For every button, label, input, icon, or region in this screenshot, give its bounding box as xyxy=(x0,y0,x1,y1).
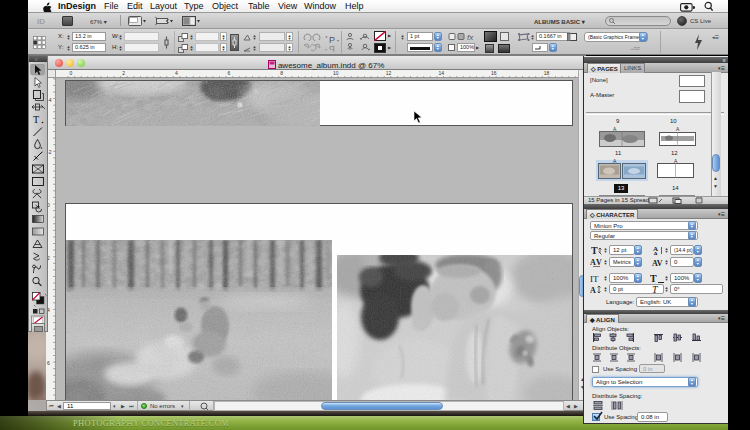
svg-text:10: 10 xyxy=(333,70,339,76)
svg-text:6: 6 xyxy=(47,360,50,366)
svg-text:4: 4 xyxy=(175,70,178,76)
svg-text:fx: fx xyxy=(467,33,474,41)
svg-text:T: T xyxy=(650,273,657,283)
svg-text:T: T xyxy=(591,245,598,255)
svg-text:AV: AV xyxy=(652,259,663,267)
svg-text:A: A xyxy=(590,286,596,295)
svg-text:T: T xyxy=(33,114,39,125)
svg-text:12: 12 xyxy=(386,70,392,76)
svg-text:6: 6 xyxy=(228,70,231,76)
svg-text:T: T xyxy=(652,284,659,295)
svg-text:16: 16 xyxy=(491,70,497,76)
svg-text:IT: IT xyxy=(590,274,599,283)
svg-text:2: 2 xyxy=(122,70,125,76)
svg-text:8: 8 xyxy=(280,70,283,76)
svg-text:V: V xyxy=(596,258,602,267)
svg-text:0: 0 xyxy=(70,70,73,76)
svg-text:18: 18 xyxy=(544,70,550,76)
svg-text:A: A xyxy=(653,250,658,255)
svg-text:14: 14 xyxy=(438,70,444,76)
